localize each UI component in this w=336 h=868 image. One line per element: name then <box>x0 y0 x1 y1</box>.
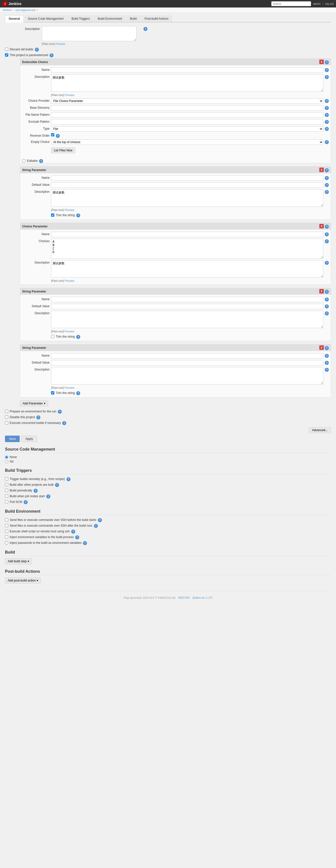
save-button[interactable]: Save <box>5 436 20 442</box>
send-files-before-checkbox[interactable] <box>5 518 8 521</box>
sp2-trim-checkbox[interactable] <box>51 335 54 338</box>
disable-project-checkbox[interactable] <box>5 415 8 418</box>
sp1-close[interactable]: X <box>319 167 324 172</box>
editable-help[interactable]: ? <box>39 159 43 163</box>
list-files-btn[interactable]: List Files Now <box>51 147 75 153</box>
execute-shell-checkbox[interactable] <box>5 530 8 533</box>
sp1-name-input[interactable]: String <box>51 175 323 181</box>
ec-pattern-help[interactable]: ? <box>325 113 329 117</box>
breadcrumb-job[interactable]: uat-triggered-job <box>15 8 36 11</box>
scm-git-radio[interactable] <box>5 460 8 463</box>
add-build-step-btn[interactable]: Add build step ▾ <box>5 558 32 564</box>
sp1-preview-link[interactable]: Preview <box>65 209 74 212</box>
ec-basedir-help[interactable]: ? <box>325 106 329 110</box>
ec-empty-help[interactable]: ? <box>325 140 329 144</box>
sp2-desc-textarea[interactable] <box>51 311 323 328</box>
send-files-after-checkbox[interactable] <box>5 524 8 527</box>
footer-jenkins-version[interactable]: Jenkins ver. 2.172 <box>192 596 212 599</box>
sp1-help[interactable]: ? <box>325 168 329 172</box>
execute-concurrent-checkbox[interactable] <box>5 421 8 425</box>
admin-link[interactable]: admin <box>313 2 321 5</box>
sp3-close[interactable]: X <box>319 345 324 350</box>
sp3-desc-help[interactable]: ? <box>325 368 329 372</box>
trigger-remote-help[interactable]: ? <box>67 477 70 481</box>
ec-pattern-input[interactable]: * <box>51 112 323 118</box>
ec-preview-link[interactable]: Preview <box>65 94 74 96</box>
sp3-name-input[interactable]: buildNumber <box>51 353 323 359</box>
ec-empty-select[interactable]: At the top of choices <box>51 140 323 145</box>
prepare-env-help[interactable]: ? <box>58 410 62 414</box>
send-files-after-help[interactable]: ? <box>94 524 98 528</box>
ec-reverse-help[interactable]: ? <box>56 134 60 138</box>
cp-close[interactable]: X <box>319 224 324 228</box>
ec-exclude-help[interactable]: ? <box>325 120 329 124</box>
ec-name-input[interactable]: FileName <box>51 67 323 73</box>
breadcrumb-home[interactable]: Jenkins <box>2 8 12 11</box>
sp1-trim-checkbox[interactable] <box>51 213 54 217</box>
search-input[interactable] <box>271 1 311 6</box>
sp3-trim-checkbox[interactable] <box>51 391 54 395</box>
sp3-default-input[interactable] <box>51 360 323 366</box>
send-files-before-help[interactable]: ? <box>98 518 102 522</box>
ec-basedir-input[interactable]: /jobs/uat-triggered-job <box>51 105 323 111</box>
editable-checkbox[interactable] <box>22 159 25 162</box>
build-periodically-checkbox[interactable] <box>5 489 8 492</box>
cp-desc-textarea[interactable]: 测试参数 <box>51 260 323 278</box>
execute-concurrent-help[interactable]: ? <box>62 421 66 425</box>
description-textarea[interactable] <box>42 26 136 41</box>
sp3-default-help[interactable]: ? <box>325 361 329 365</box>
cp-preview-link[interactable]: Preview <box>65 279 74 282</box>
inject-passwords-help[interactable]: ? <box>83 541 87 545</box>
sp3-name-help[interactable]: ? <box>325 354 329 358</box>
poll-scm-checkbox[interactable] <box>5 500 8 503</box>
cp-choices-textarea[interactable]: A B C D <box>51 239 323 258</box>
tab-general[interactable]: General <box>5 15 24 23</box>
logout-link[interactable]: log out <box>325 2 334 5</box>
sp2-close[interactable]: X <box>319 289 324 293</box>
sp3-desc-textarea[interactable] <box>51 367 323 384</box>
sp2-default-help[interactable]: ? <box>325 305 329 308</box>
sp2-desc-help[interactable]: ? <box>325 311 329 315</box>
sp1-name-help[interactable]: ? <box>325 176 329 180</box>
cp-desc-help[interactable]: ? <box>325 261 329 265</box>
discard-old-help[interactable]: ? <box>35 48 39 52</box>
cp-name-help[interactable]: ? <box>325 232 329 237</box>
ec-desc-textarea[interactable]: 测试参数 <box>51 74 323 92</box>
cp-help[interactable]: ? <box>325 225 329 229</box>
description-preview-link[interactable]: Preview <box>55 42 65 45</box>
build-periodically-help[interactable]: ? <box>34 489 38 493</box>
sp2-trim-help[interactable]: ? <box>76 335 80 339</box>
description-help[interactable]: ? <box>143 27 147 31</box>
footer-rest-api[interactable]: REST API <box>178 596 190 599</box>
sp1-desc-textarea[interactable]: 测试参数 <box>51 189 323 207</box>
sp1-trim-help[interactable]: ? <box>76 213 80 217</box>
extensible-choice-help[interactable]: ? <box>325 60 329 64</box>
sp2-preview-link[interactable]: Preview <box>65 330 74 333</box>
cp-name-input[interactable]: Choice <box>51 231 323 237</box>
extensible-choice-close[interactable]: X <box>319 60 324 64</box>
tab-post-build[interactable]: Post-build Actions <box>141 15 172 22</box>
sp2-help[interactable]: ? <box>325 290 329 294</box>
ec-reverse-checkbox[interactable] <box>51 133 54 136</box>
ec-type-select[interactable]: File <box>51 126 323 132</box>
trigger-remote-checkbox[interactable] <box>5 477 8 480</box>
discard-old-checkbox[interactable] <box>5 48 8 51</box>
ec-type-help[interactable]: ? <box>325 127 329 131</box>
scm-none-radio[interactable] <box>5 456 8 459</box>
tab-build[interactable]: Build <box>126 15 140 22</box>
ec-provider-select[interactable]: File Choice Parameter <box>51 98 323 104</box>
apply-button[interactable]: Apply <box>21 436 37 442</box>
ec-desc-help[interactable]: ? <box>325 75 329 79</box>
tab-triggers[interactable]: Build Triggers <box>68 15 93 22</box>
sp1-desc-help[interactable]: ? <box>325 190 329 194</box>
parametrized-help[interactable]: ? <box>49 53 54 57</box>
sp2-default-input[interactable] <box>51 304 323 309</box>
execute-shell-help[interactable]: ? <box>71 530 75 534</box>
sp3-preview-link[interactable]: Preview <box>65 386 74 389</box>
sp3-trim-help[interactable]: ? <box>76 391 80 395</box>
ec-exclude-input[interactable] <box>51 119 323 125</box>
sp2-name-help[interactable]: ? <box>325 298 329 302</box>
disable-project-help[interactable]: ? <box>36 415 40 420</box>
sp2-name-input[interactable]: testParam <box>51 297 323 302</box>
ec-name-help[interactable]: ? <box>325 68 329 72</box>
